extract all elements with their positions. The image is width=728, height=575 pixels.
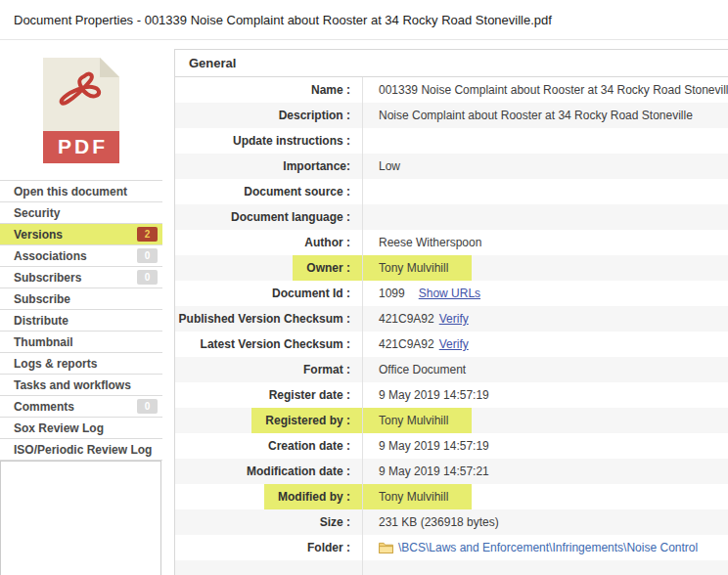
folder-path-link[interactable]: \BCS\Laws and Enforcement\Infringements\… <box>398 541 698 554</box>
document-properties-window: Document Properties - 001339 Noise Compl… <box>0 0 728 575</box>
property-label-highlighted: Owner : <box>293 255 362 281</box>
versions-count-badge: 2 <box>137 227 158 242</box>
property-label: Name : <box>311 77 362 103</box>
sidebar-item-subscribe[interactable]: Subscribe <box>0 288 162 310</box>
property-label: Folder : <box>307 535 362 560</box>
associations-count-badge: 0 <box>137 248 158 263</box>
row-folder: Folder : \BCS\Laws and Enforcement\Infri… <box>175 535 728 560</box>
acrobat-glyph-icon <box>59 71 104 114</box>
property-label: Register date : <box>269 382 362 408</box>
sidebar-item-thumbnail[interactable]: Thumbnail <box>0 332 162 353</box>
property-rows: Name : 001339 Noise Complaint about Roos… <box>175 77 728 575</box>
sidebar-item-tasks-workflows[interactable]: Tasks and workflows <box>0 375 162 396</box>
row-empty-filler <box>175 560 728 575</box>
row-document-language: Document language : <box>175 204 728 230</box>
sidebar-item-label: Distribute <box>14 314 68 328</box>
sidebar-item-subscribers[interactable]: Subscribers 0 <box>0 267 162 288</box>
property-value: 421C9A92 <box>379 337 434 351</box>
sidebar-item-label: Logs & reports <box>14 357 97 371</box>
sidebar-item-distribute[interactable]: Distribute <box>0 310 162 332</box>
sidebar-item-label: Thumbnail <box>14 335 73 349</box>
row-owner: Owner : Tony Mulvihill <box>175 255 728 281</box>
sidebar-item-open-this-document[interactable]: Open this document <box>0 181 162 202</box>
content-layout: PDF Open this document Security Versions… <box>0 40 728 575</box>
property-value: Noise Complaint about Rooster at 34 Rock… <box>379 109 693 122</box>
property-value-highlighted: Tony Mulvihill <box>363 255 472 281</box>
sidebar: PDF Open this document Security Versions… <box>0 40 162 575</box>
general-panel: General Name : 001339 Noise Complaint ab… <box>174 49 728 575</box>
property-label: Creation date : <box>268 433 362 459</box>
property-value: 1099 <box>379 287 405 300</box>
property-label-highlighted: Modified by : <box>264 484 362 509</box>
sidebar-item-versions[interactable]: Versions 2 <box>0 224 162 245</box>
sidebar-item-label: Open this document <box>14 185 127 199</box>
sidebar-item-security[interactable]: Security <box>0 202 162 224</box>
window-title: Document Properties - 001339 Noise Compl… <box>14 13 552 27</box>
property-label: Document source : <box>244 179 362 204</box>
verify-latest-link[interactable]: Verify <box>439 337 469 351</box>
property-value: Reese Witherspoon <box>379 236 481 249</box>
property-label: Published Version Checksum : <box>179 306 362 332</box>
property-label: Document Id : <box>272 281 362 306</box>
property-value-highlighted: Tony Mulvihill <box>363 408 472 433</box>
folder-icon <box>379 542 393 553</box>
sidebar-item-iso-periodic-review-log[interactable]: ISO/Periodic Review Log <box>0 439 162 461</box>
sidebar-item-label: Versions <box>14 228 63 242</box>
sidebar-item-label: Tasks and workflows <box>14 378 131 392</box>
row-document-source: Document source : <box>175 179 728 204</box>
row-creation-date: Creation date : 9 May 2019 14:57:19 <box>175 433 728 459</box>
property-label: Importance: <box>283 154 362 179</box>
sidebar-item-label: Sox Review Log <box>14 421 104 435</box>
property-label: Document language : <box>231 204 362 230</box>
row-register-date: Register date : 9 May 2019 14:57:19 <box>175 382 728 408</box>
pdf-file-icon: PDF <box>43 58 119 163</box>
property-value: 9 May 2019 14:57:21 <box>379 464 489 478</box>
property-value: 9 May 2019 14:57:19 <box>379 439 489 453</box>
property-value-highlighted: Tony Mulvihill <box>363 484 472 509</box>
property-value: Low <box>379 159 400 173</box>
sidebar-item-comments[interactable]: Comments 0 <box>0 396 162 418</box>
property-value: 9 May 2019 14:57:19 <box>379 388 489 402</box>
row-author: Author : Reese Witherspoon <box>175 230 728 255</box>
sidebar-item-label: Security <box>14 206 60 220</box>
sidebar-item-label: Subscribe <box>14 292 70 306</box>
property-label: Update instructions : <box>233 128 362 154</box>
row-published-version-checksum: Published Version Checksum : 421C9A92 Ve… <box>175 306 728 332</box>
property-label: Modification date : <box>247 459 362 484</box>
sidebar-menu: Open this document Security Versions 2 A… <box>0 180 162 461</box>
subscribers-count-badge: 0 <box>137 270 158 285</box>
sidebar-item-label: ISO/Periodic Review Log <box>14 443 152 457</box>
row-format: Format : Office Document <box>175 357 728 382</box>
sidebar-item-logs-reports[interactable]: Logs & reports <box>0 353 162 375</box>
pdf-label: PDF <box>43 131 119 163</box>
row-importance: Importance: Low <box>175 154 728 179</box>
property-value: 421C9A92 <box>379 312 434 326</box>
sidebar-item-sox-review-log[interactable]: Sox Review Log <box>0 418 162 439</box>
property-label: Format : <box>303 357 362 382</box>
show-urls-link[interactable]: Show URLs <box>419 287 480 300</box>
property-label: Latest Version Checksum : <box>201 332 362 357</box>
property-value: 001339 Noise Complaint about Rooster at … <box>379 83 728 97</box>
window-titlebar: Document Properties - 001339 Noise Compl… <box>0 0 728 40</box>
sidebar-item-label: Associations <box>14 249 87 263</box>
sidebar-item-label: Comments <box>14 400 74 414</box>
sidebar-item-label: Subscribers <box>14 271 81 285</box>
verify-published-link[interactable]: Verify <box>439 312 469 326</box>
property-value: 231 KB (236918 bytes) <box>379 515 499 529</box>
sidebar-item-associations[interactable]: Associations 0 <box>0 245 162 267</box>
comments-count-badge: 0 <box>137 399 158 414</box>
section-title: General <box>175 50 728 77</box>
row-document-id: Document Id : 1099 Show URLs <box>175 281 728 306</box>
row-size: Size : 231 KB (236918 bytes) <box>175 509 728 535</box>
property-value: Office Document <box>379 363 466 376</box>
row-modification-date: Modification date : 9 May 2019 14:57:21 <box>175 459 728 484</box>
property-label: Size : <box>320 509 362 535</box>
row-name: Name : 001339 Noise Complaint about Roos… <box>175 77 728 103</box>
row-update-instructions: Update instructions : <box>175 128 728 154</box>
row-description: Description : Noise Complaint about Roos… <box>175 103 728 128</box>
row-modified-by: Modified by : Tony Mulvihill <box>175 484 728 509</box>
row-latest-version-checksum: Latest Version Checksum : 421C9A92 Verif… <box>175 332 728 357</box>
property-label-highlighted: Registered by : <box>251 408 362 433</box>
sidebar-empty-panel <box>0 461 161 575</box>
row-registered-by: Registered by : Tony Mulvihill <box>175 408 728 433</box>
